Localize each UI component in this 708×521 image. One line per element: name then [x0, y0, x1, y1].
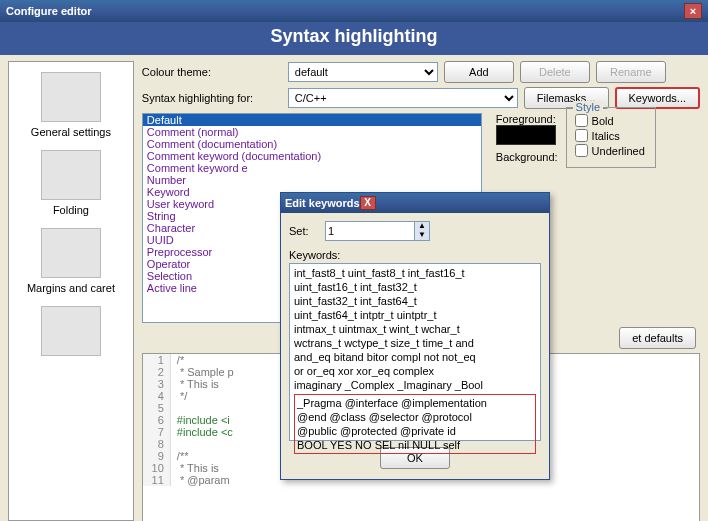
syntax-item[interactable]: Comment (documentation) [143, 138, 481, 150]
set-label: Set: [289, 225, 319, 237]
dialog-close-icon[interactable]: X [360, 196, 376, 210]
sidebar-icon [41, 72, 101, 122]
colour-theme-select[interactable]: default [288, 62, 438, 82]
syntax-item[interactable]: Comment keyword e [143, 162, 481, 174]
syntax-item[interactable]: Number [143, 174, 481, 186]
sidebar-item[interactable]: Folding [41, 146, 101, 220]
foreground-colorwell[interactable] [496, 125, 556, 145]
close-icon[interactable]: × [684, 3, 702, 19]
rename-button: Rename [596, 61, 666, 83]
foreground-label: Foreground: [496, 113, 558, 125]
background-label: Background: [496, 151, 558, 163]
underlined-checkbox[interactable]: Underlined [575, 144, 647, 157]
sidebar-item[interactable] [41, 302, 101, 364]
sidebar-item-label: Folding [41, 204, 101, 216]
style-legend: Style [573, 101, 603, 113]
category-sidebar: General settingsFoldingMargins and caret [8, 61, 134, 521]
syntax-for-label: Syntax highlighting for: [142, 92, 282, 104]
dialog-title: Edit keywords [285, 197, 360, 209]
syntax-item[interactable]: Comment (normal) [143, 126, 481, 138]
keywords-highlighted: _Pragma @interface @implementation@end @… [294, 394, 536, 454]
spin-down-icon[interactable]: ▼ [415, 231, 429, 240]
syntax-item[interactable]: Default [143, 114, 481, 126]
sidebar-icon [41, 228, 101, 278]
bold-checkbox[interactable]: Bold [575, 114, 647, 127]
keywords-button[interactable]: Keywords... [615, 87, 700, 109]
page-header: Syntax highlighting [0, 22, 708, 55]
keywords-label: Keywords: [289, 249, 541, 261]
sidebar-icon [41, 306, 101, 356]
edit-keywords-dialog: Edit keywords X Set: ▲▼ Keywords: int_fa… [280, 192, 550, 480]
syntax-item[interactable]: Comment keyword (documentation) [143, 150, 481, 162]
sidebar-item[interactable]: Margins and caret [27, 224, 115, 298]
add-button[interactable]: Add [444, 61, 514, 83]
italics-checkbox[interactable]: Italics [575, 129, 647, 142]
language-select[interactable]: C/C++ [288, 88, 518, 108]
delete-button: Delete [520, 61, 590, 83]
window-titlebar: Configure editor × [0, 0, 708, 22]
keywords-textarea[interactable]: int_fast8_t uint_fast8_t int_fast16_tuin… [289, 263, 541, 441]
colour-theme-label: Colour theme: [142, 66, 282, 78]
window-title: Configure editor [6, 5, 92, 17]
sidebar-item[interactable]: General settings [31, 68, 111, 142]
set-spinner[interactable]: ▲▼ [325, 221, 430, 241]
sidebar-item-label: General settings [31, 126, 111, 138]
sidebar-icon [41, 150, 101, 200]
reset-defaults-button[interactable]: et defaults [619, 327, 696, 349]
sidebar-item-label: Margins and caret [27, 282, 115, 294]
